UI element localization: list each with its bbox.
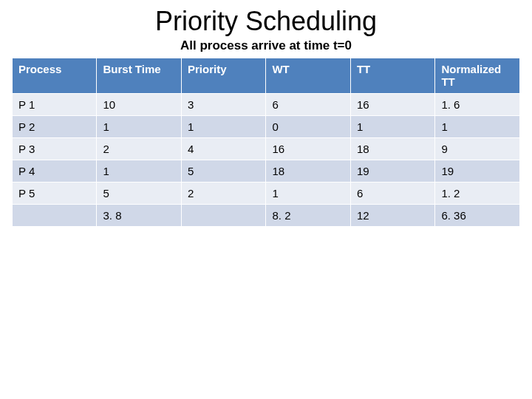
cell: 19 [435,160,520,183]
cell: 1 [266,183,350,205]
cell: 8. 2 [266,205,350,227]
cell: P 5 [13,183,97,205]
table-row: P 1 10 3 6 16 1. 6 [13,94,520,116]
cell: 5 [181,160,265,183]
cell: 2 [97,138,181,160]
page-subtitle: All process arrive at time t=0 [0,38,532,53]
cell: 1. 2 [435,183,520,205]
col-wt: WT [266,58,350,94]
cell: 10 [97,94,181,116]
cell: 18 [266,160,350,183]
cell: 3. 8 [97,205,181,227]
table-row: P 2 1 1 0 1 1 [13,116,520,138]
cell: P 2 [13,116,97,138]
col-process: Process [13,58,97,94]
cell: 16 [266,138,350,160]
cell: P 1 [13,94,97,116]
cell: P 3 [13,138,97,160]
cell: 9 [435,138,520,160]
cell: 16 [350,94,434,116]
scheduling-table: Process Burst Time Priority WT TT Normal… [12,58,520,227]
cell: 12 [350,205,434,227]
col-normalized-tt: Normalized TT [435,58,520,94]
col-burst-time: Burst Time [97,58,181,94]
col-tt: TT [350,58,434,94]
cell: 3 [181,94,265,116]
cell: 1 [181,116,265,138]
cell: 1 [435,116,520,138]
cell: 1 [97,160,181,183]
cell: 5 [97,183,181,205]
table-row: P 3 2 4 16 18 9 [13,138,520,160]
cell: 6 [266,94,350,116]
cell: 6 [350,183,434,205]
cell: 1 [350,116,434,138]
slide: Priority Scheduling All process arrive a… [0,0,532,227]
col-priority: Priority [181,58,265,94]
cell: 18 [350,138,434,160]
cell: 6. 36 [435,205,520,227]
cell: 2 [181,183,265,205]
page-title: Priority Scheduling [0,6,532,37]
cell [13,205,97,227]
cell: 4 [181,138,265,160]
cell: 0 [266,116,350,138]
cell: 1 [97,116,181,138]
cell: 19 [350,160,434,183]
cell [181,205,265,227]
table-row-averages: 3. 8 8. 2 12 6. 36 [13,205,520,227]
table-row: P 5 5 2 1 6 1. 2 [13,183,520,205]
cell: 1. 6 [435,94,520,116]
table-row: P 4 1 5 18 19 19 [13,160,520,183]
table-header-row: Process Burst Time Priority WT TT Normal… [13,58,520,94]
cell: P 4 [13,160,97,183]
